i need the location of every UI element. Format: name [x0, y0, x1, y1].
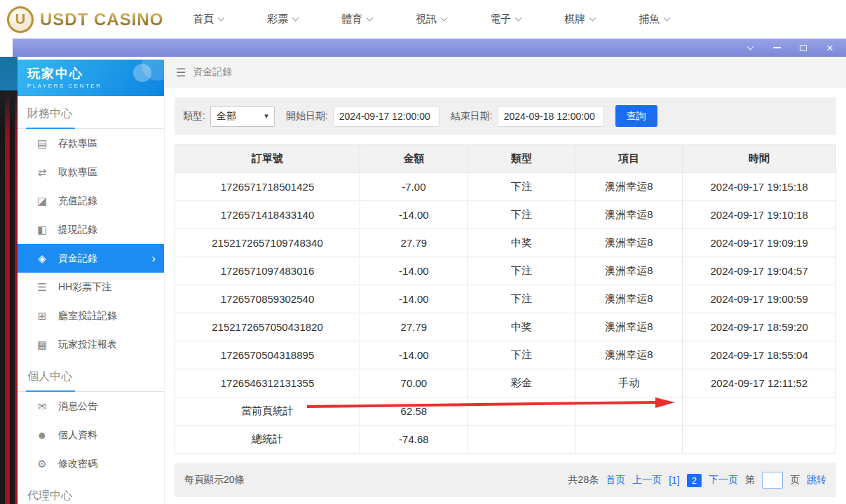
cell-type: [468, 397, 575, 425]
page-2-current[interactable]: 2: [687, 474, 702, 487]
recharge-record-icon: ◪: [36, 195, 48, 207]
sidebar-item-hh-lottery-bets[interactable]: ☰ HH彩票下注: [18, 273, 164, 301]
sidebar-item-label: 取款專區: [58, 166, 97, 179]
lottery-bets-icon: ☰: [36, 281, 48, 294]
total-count-text: 共28条: [568, 474, 599, 486]
sidebar-item-withdraw[interactable]: ⇄ 取款專區: [18, 158, 164, 186]
sidebar-item-label: 充值記錄: [58, 195, 97, 207]
nav-item-sports[interactable]: 體育: [341, 13, 372, 26]
nav-item-lottery[interactable]: 彩票: [267, 13, 298, 26]
hamburger-menu-icon[interactable]: ☰: [176, 66, 186, 79]
maximize-icon: [800, 45, 807, 51]
sidebar-item-label: 玩家投注報表: [58, 339, 117, 351]
sidebar-item-deposit[interactable]: ▤ 存款專區: [18, 129, 164, 158]
type-select[interactable]: 全部 ▾: [210, 106, 275, 127]
nav-label: 彩票: [267, 13, 288, 26]
cell-item: [575, 425, 683, 454]
cell-item: 澳洲幸运8: [575, 201, 683, 229]
sidebar-item-label: 廳室投註記錄: [58, 310, 117, 322]
cell-item: 手动: [575, 369, 683, 397]
table-footer: 每頁顯示20條 共28条 首页 上一页 [1] 2 下一页 第 页 跳转: [175, 463, 836, 497]
funds-table: 訂單號 金額 類型 項目 時間 1726571718501425 -7.00 下…: [175, 144, 836, 454]
cell-amount: 62.58: [360, 397, 468, 425]
close-icon: ×: [826, 42, 833, 54]
nav-item-slots[interactable]: 電子: [490, 13, 521, 26]
table-row: 2152172657050431820 27.79 中奖 澳洲幸运8 2024-…: [175, 313, 836, 341]
end-date-input[interactable]: [498, 106, 604, 127]
cell-item: [575, 397, 683, 425]
site-logo[interactable]: U USDT CASINO: [0, 6, 163, 33]
cell-order-no: 1726570859302540: [175, 285, 360, 313]
nav-label: 視訊: [416, 13, 437, 26]
sidebar-item-announcements[interactable]: ✉ 消息公告: [18, 392, 164, 421]
jump-go-link[interactable]: 跳转: [807, 474, 826, 486]
cell-item: 澳洲幸运8: [575, 173, 683, 201]
cell-type: 中奖: [468, 229, 575, 257]
page-1-link[interactable]: [1]: [669, 475, 680, 486]
nav-item-video[interactable]: 視訊: [416, 13, 446, 26]
table-row: 1726546312131355 70.00 彩金 手动 2024-09-17 …: [175, 369, 836, 397]
window-maximize-button[interactable]: [798, 43, 808, 53]
table-row: 1726570504318895 -14.00 下注 澳洲幸运8 2024-09…: [175, 341, 836, 369]
content-header: ☰ 資金記錄: [165, 57, 846, 88]
sidebar-item-recharge-record[interactable]: ◪ 充值記錄: [18, 186, 164, 215]
sidebar-title: 玩家中心: [27, 65, 164, 82]
sidebar-item-funds-record[interactable]: ◈ 資金記錄 ›: [18, 244, 164, 273]
window-close-button[interactable]: ×: [825, 43, 835, 53]
nav-label: 體育: [341, 13, 362, 26]
bell-icon: ✉: [36, 400, 48, 413]
chevron-down-icon: [589, 15, 596, 22]
cell-item: 澳洲幸运8: [575, 257, 683, 285]
sidebar-item-hall-bet-record[interactable]: ⊞ 廳室投註記錄: [18, 301, 164, 330]
nav-item-home[interactable]: 首頁: [193, 13, 224, 26]
player-center-window: × 玩家中心 PLAYERS CENTER 財務中心 ▤ 存款專區 ⇄ 取款專區…: [13, 39, 846, 504]
section-title-personal: 個人中心: [18, 359, 164, 392]
cell-order-no: 2152172657050431820: [175, 313, 360, 341]
start-date-input[interactable]: [333, 106, 439, 127]
sidebar-item-label: 提現記錄: [58, 224, 97, 236]
cell-time: 2024-09-17 19:04:57: [683, 257, 836, 285]
cell-order-no: 1726571097483016: [175, 257, 360, 285]
table-row: 1726571718501425 -7.00 下注 澳洲幸运8 2024-09-…: [175, 173, 836, 201]
table-row: 1726570859302540 -14.00 下注 澳洲幸运8 2024-09…: [175, 285, 836, 313]
jump-suffix-label: 页: [790, 474, 800, 486]
cell-type: 中奖: [468, 313, 575, 341]
page-size-text: 每頁顯示20條: [184, 474, 245, 486]
main-menu: 首頁 彩票 體育 視訊 電子 棋牌 捕魚: [193, 13, 669, 26]
nav-item-boardgames[interactable]: 棋牌: [564, 13, 595, 26]
cell-time: 2024-09-17 12:11:52: [683, 369, 836, 397]
cell-type: 下注: [468, 285, 575, 313]
filter-bar: 類型: 全部 ▾ 開始日期: 結束日期: 查詢: [175, 97, 836, 135]
funds-table-wrap: 訂單號 金額 類型 項目 時間 1726571718501425 -7.00 下…: [175, 144, 836, 454]
sidebar-item-player-bet-report[interactable]: ▦ 玩家投注報表: [18, 330, 164, 359]
cell-amount: -74.68: [360, 425, 468, 454]
prev-page-link[interactable]: 上一页: [632, 474, 662, 486]
cell-order-no: 1726571418433140: [175, 201, 360, 229]
cell-amount: -7.00: [360, 173, 468, 201]
cell-order-no: 2152172657109748340: [175, 229, 360, 257]
cell-type: 下注: [468, 257, 575, 285]
page-jump-input[interactable]: [762, 472, 783, 489]
sidebar-item-label: 消息公告: [58, 400, 97, 413]
sidebar-item-cashout-record[interactable]: ◧ 提現記錄: [18, 215, 164, 244]
search-button[interactable]: 查詢: [615, 105, 657, 127]
section-title-finance: 財務中心: [18, 96, 164, 129]
sidebar-item-profile[interactable]: ☻ 個人資料: [18, 421, 164, 449]
cashout-record-icon: ◧: [36, 224, 48, 236]
logo-text: USDT CASINO: [40, 10, 163, 29]
cell-time: [683, 425, 836, 454]
table-row: 1726571097483016 -14.00 下注 澳洲幸运8 2024-09…: [175, 257, 836, 285]
end-date-label: 結束日期:: [451, 110, 493, 123]
sidebar-item-change-password[interactable]: ⚙ 修改密碼: [18, 449, 164, 478]
table-row-page-summary: 當前頁統計 62.58: [175, 397, 836, 425]
sidebar-item-label: 存款專區: [58, 137, 97, 150]
nav-item-fishing[interactable]: 捕魚: [639, 13, 669, 26]
cell-amount: -14.00: [360, 341, 468, 369]
window-collapse-button[interactable]: [745, 43, 755, 53]
cell-time: 2024-09-17 18:59:20: [683, 313, 836, 341]
window-minimize-button[interactable]: [772, 43, 782, 53]
next-page-link[interactable]: 下一页: [709, 474, 738, 486]
pagination: 共28条 首页 上一页 [1] 2 下一页 第 页 跳转: [568, 472, 826, 489]
nav-label: 棋牌: [564, 13, 585, 26]
first-page-link[interactable]: 首页: [606, 474, 625, 486]
